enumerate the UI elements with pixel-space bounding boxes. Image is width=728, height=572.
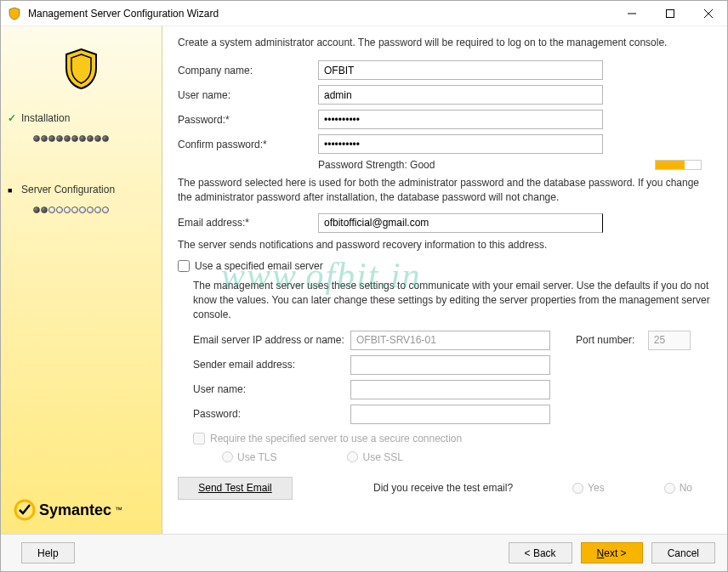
- use-ssl-radio[interactable]: [347, 451, 358, 462]
- use-ssl-label: Use SSL: [362, 451, 402, 463]
- symantec-brand-text: Symantec: [39, 501, 111, 519]
- confirm-password-label: Confirm password:*: [178, 139, 318, 150]
- content-panel: Create a system administrator account. T…: [162, 26, 727, 534]
- window-title: Management Server Configuration Wizard: [28, 8, 612, 20]
- symantec-check-icon: [14, 499, 36, 521]
- server-note: The management server uses these setting…: [193, 279, 710, 321]
- use-tls-label: Use TLS: [237, 451, 276, 463]
- help-button[interactable]: Help: [21, 542, 75, 564]
- password-label: Password:*: [178, 114, 318, 126]
- email-server-ip-label: Email server IP address or name:: [193, 334, 350, 346]
- app-icon: [8, 7, 21, 20]
- password-input[interactable]: [318, 110, 603, 129]
- step-server-configuration: Server Configuration: [1, 178, 162, 201]
- port-input[interactable]: [648, 331, 691, 350]
- wizard-window: Management Server Configuration Wizard I…: [0, 0, 728, 572]
- use-specified-server-checkbox[interactable]: [178, 260, 190, 272]
- send-test-email-button[interactable]: Send Test Email: [178, 477, 293, 500]
- email-server-ip-input[interactable]: [350, 331, 550, 350]
- sidebar: Installation Server Configuration Symant…: [1, 26, 162, 534]
- shield-icon: [62, 48, 100, 90]
- symantec-logo: Symantec™: [14, 499, 122, 521]
- email-label: Email address:*: [178, 217, 318, 229]
- intro-text: Create a system administrator account. T…: [178, 37, 710, 48]
- cancel-button[interactable]: Cancel: [651, 542, 715, 564]
- server-password-input[interactable]: [350, 405, 550, 424]
- svg-rect-1: [666, 9, 674, 17]
- step-label: Installation: [21, 112, 70, 124]
- password-note: The password selected here is used for b…: [178, 176, 710, 205]
- company-name-input[interactable]: [318, 60, 603, 80]
- step-installation: Installation: [1, 107, 162, 129]
- test-no-radio[interactable]: [664, 483, 675, 494]
- step-label: Server Configuration: [21, 184, 115, 195]
- server-username-input[interactable]: [350, 380, 550, 399]
- footer: Help < Back Next > Cancel: [1, 534, 727, 571]
- company-name-label: Company name:: [178, 65, 318, 76]
- server-password-label: Password:: [193, 408, 350, 420]
- main-area: Installation Server Configuration Symant…: [1, 26, 727, 534]
- window-controls: [612, 1, 727, 25]
- secure-connection-label: Require the specified server to use a se…: [210, 433, 462, 445]
- user-name-label: User name:: [178, 89, 318, 101]
- email-input[interactable]: [318, 213, 603, 233]
- sender-email-label: Sender email address:: [193, 359, 350, 371]
- password-strength-label: Password Strength: Good: [318, 159, 435, 171]
- secure-connection-checkbox[interactable]: [193, 433, 205, 445]
- minimize-button[interactable]: [612, 1, 651, 25]
- email-note: The server sends notifications and passw…: [178, 238, 710, 252]
- test-yes-label: Yes: [588, 482, 605, 494]
- back-button[interactable]: < Back: [509, 542, 572, 564]
- installation-progress: [1, 129, 162, 153]
- test-question: Did you receive the test email?: [373, 482, 513, 494]
- test-yes-radio[interactable]: [572, 483, 583, 494]
- use-tls-radio[interactable]: [222, 451, 233, 462]
- port-label: Port number:: [576, 334, 634, 346]
- server-username-label: User name:: [193, 383, 350, 395]
- maximize-button[interactable]: [651, 1, 689, 25]
- password-strength-bar: [655, 160, 702, 170]
- confirm-password-input[interactable]: [318, 134, 603, 154]
- server-config-progress: [1, 201, 162, 224]
- user-name-input[interactable]: [318, 85, 603, 105]
- sender-email-input[interactable]: [350, 355, 550, 375]
- close-button[interactable]: [689, 1, 727, 25]
- titlebar: Management Server Configuration Wizard: [1, 1, 727, 26]
- test-no-label: No: [680, 482, 692, 494]
- use-specified-server-label: Use a specified email server: [195, 260, 323, 272]
- next-button[interactable]: Next >: [581, 542, 643, 564]
